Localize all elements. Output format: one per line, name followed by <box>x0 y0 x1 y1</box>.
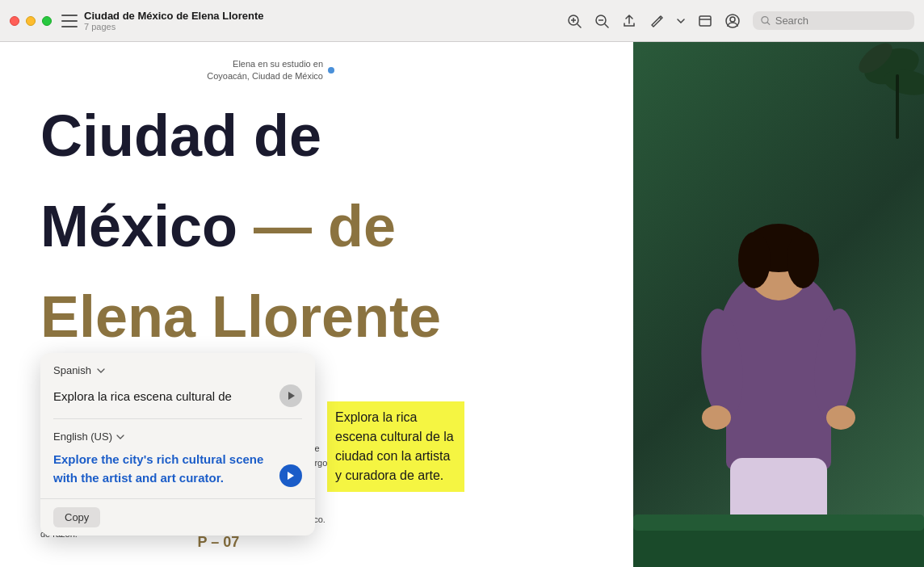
source-text-row: Explora la rica escena cultural de <box>53 384 302 407</box>
annotate-dropdown[interactable] <box>677 19 685 23</box>
translation-popup: Spanish Explora la rica escena cultural … <box>40 353 315 536</box>
share-button[interactable] <box>622 14 636 28</box>
play-blue-icon <box>287 471 295 481</box>
traffic-lights <box>10 16 52 26</box>
translated-text: Explore the city's rich cultural scene w… <box>53 451 273 487</box>
sidebar-toggle-button[interactable] <box>61 15 78 27</box>
caption-dot <box>328 67 334 74</box>
highlighted-text: Explora la rica escena cultural de la ci… <box>335 410 454 482</box>
svg-point-25 <box>826 405 855 430</box>
source-play-button[interactable] <box>279 384 302 407</box>
page-count: 7 pages <box>84 22 264 32</box>
headline-line3: Elena Llorente <box>40 288 593 346</box>
source-language-selector[interactable]: Spanish <box>53 364 302 376</box>
sofa-icon <box>633 502 924 567</box>
photo-placeholder <box>633 42 924 567</box>
source-language-label: Spanish <box>53 364 91 376</box>
svg-rect-29 <box>633 514 924 531</box>
zoom-in-button[interactable] <box>567 14 582 28</box>
target-text-row: Explore the city's rich cultural scene w… <box>53 451 302 487</box>
copy-button[interactable]: Copy <box>53 507 100 527</box>
target-play-button[interactable] <box>279 464 302 487</box>
close-button[interactable] <box>10 16 19 26</box>
headline-line1: Ciudad de <box>40 107 593 165</box>
minimize-button[interactable] <box>26 16 36 26</box>
toolbar-right <box>567 11 914 30</box>
document-title: Ciudad de México de Elena Llorente <box>84 10 264 22</box>
svg-line-11 <box>767 23 770 25</box>
highlighted-text-block: Explora la rica escena cultural de la ci… <box>327 401 464 492</box>
svg-rect-7 <box>699 16 711 26</box>
main-area: Elena en su estudio en Coyoacán, Ciudad … <box>0 42 924 567</box>
document-page: Elena en su estudio en Coyoacán, Ciudad … <box>0 42 633 567</box>
fullscreen-button[interactable] <box>42 16 52 26</box>
expand-button[interactable] <box>698 14 712 28</box>
headline-line2: México — de <box>40 197 593 255</box>
svg-line-1 <box>578 24 581 27</box>
photo-caption: Elena en su estudio en Coyoacán, Ciudad … <box>207 58 334 83</box>
target-section: English (US) Explore the city's rich cul… <box>40 419 315 498</box>
titlebar: Ciudad de México de Elena Llorente 7 pag… <box>0 0 924 42</box>
target-lang-chevron-icon <box>116 432 125 442</box>
plant-top-icon <box>827 42 924 171</box>
svg-rect-15 <box>896 74 899 139</box>
search-bar[interactable] <box>753 11 914 30</box>
caption-text: Elena en su estudio en Coyoacán, Ciudad … <box>207 58 323 83</box>
source-text: Explora la rica escena cultural de <box>53 389 273 403</box>
svg-line-5 <box>605 24 608 27</box>
popup-footer: Copy <box>40 498 315 536</box>
headline-block: Ciudad de México — de Elena Llorente <box>40 107 593 346</box>
svg-point-9 <box>730 17 735 22</box>
source-section: Spanish Explora la rica escena cultural … <box>40 353 315 418</box>
svg-point-19 <box>738 232 771 288</box>
target-language-label: English (US) <box>53 430 112 443</box>
play-icon <box>288 391 296 401</box>
page-number: P – 07 <box>198 534 331 551</box>
zoom-out-button[interactable] <box>594 14 609 28</box>
svg-point-20 <box>787 232 819 288</box>
search-icon <box>761 15 771 26</box>
annotate-button[interactable] <box>649 14 664 28</box>
source-lang-chevron-icon <box>96 366 106 376</box>
title-group: Ciudad de México de Elena Llorente 7 pag… <box>84 10 264 32</box>
target-language-selector[interactable]: English (US) <box>53 430 302 443</box>
photo-panel <box>633 42 924 567</box>
svg-point-24 <box>702 405 731 430</box>
search-input[interactable] <box>775 15 906 27</box>
avatar-button[interactable] <box>725 14 740 28</box>
